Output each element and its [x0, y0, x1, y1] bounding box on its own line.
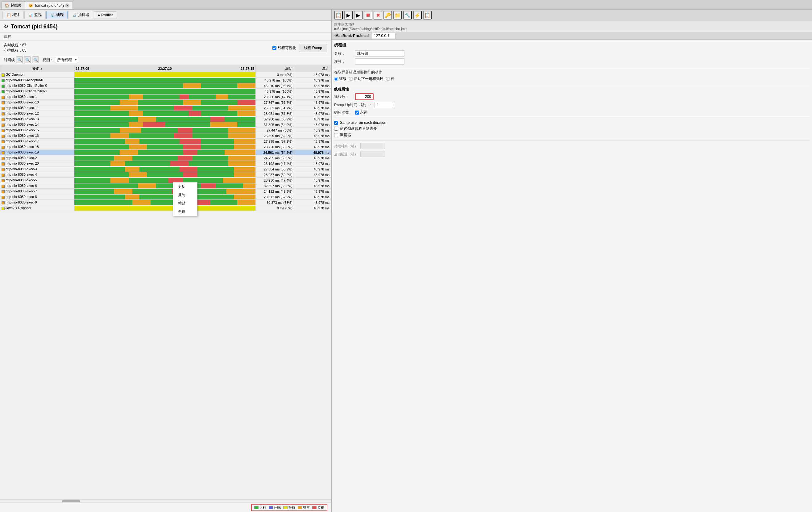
- timeline-bar-chart: [74, 161, 256, 166]
- table-row[interactable]: GC Daemon0 ms (0%)48,978 ms: [0, 72, 331, 78]
- bar-segment: [178, 128, 192, 133]
- lazy-create-checkbox[interactable]: [334, 127, 338, 131]
- thread-run-time: 0 ms (0%): [256, 72, 294, 78]
- table-row[interactable]: http-nio-8080-exec-1727,998 ms (57.2%)48…: [0, 139, 331, 144]
- thread-color-indicator: [2, 140, 5, 143]
- tab-overview[interactable]: 📋 概述: [2, 11, 24, 19]
- table-row[interactable]: http-nio-8080-ClientPoller-148,978 ms (1…: [0, 89, 331, 94]
- col-name[interactable]: 名称 ▲: [0, 65, 74, 72]
- bar-segment: [234, 167, 256, 172]
- bar-segment: [183, 144, 201, 150]
- bar-segment: [74, 144, 129, 150]
- thread-total-time: 48,978 ms: [294, 89, 331, 94]
- table-row[interactable]: http-nio-8080-exec-1431,805 ms (64.9%)48…: [0, 122, 331, 128]
- radio-stop-input[interactable]: [386, 77, 390, 81]
- table-row[interactable]: http-nio-8080-ClientPoller-045,910 ms (9…: [0, 83, 331, 89]
- toolbar-btn-play[interactable]: ▶: [354, 11, 362, 20]
- thread-run-time: 27,884 ms (56.9%): [256, 166, 294, 172]
- table-row[interactable]: http-nio-8080-exec-1926,561 ms (54.2%)48…: [0, 150, 331, 155]
- radio-continue[interactable]: 继续: [334, 76, 346, 82]
- toolbar-btn-2[interactable]: ▶: [344, 11, 353, 20]
- visualize-checkbox-area[interactable]: 线程可视化: [272, 45, 296, 51]
- table-row[interactable]: http-nio-8080-exec-828,012 ms (57.2%)48,…: [0, 194, 331, 200]
- toolbar-btn-8[interactable]: ⚡: [413, 11, 422, 20]
- toolbar-btn-stop[interactable]: ⏹: [364, 11, 372, 20]
- bar-segment: [210, 117, 225, 122]
- toolbar-btn-7[interactable]: 🔧: [403, 11, 412, 20]
- view-dropdown[interactable]: 所有线程: [55, 57, 78, 63]
- table-row[interactable]: http-nio-8080-exec-1332,260 ms (65.9%)48…: [0, 116, 331, 122]
- table-row[interactable]: http-nio-8080-exec-523,230 ms (47.4%)48,…: [0, 178, 331, 183]
- table-row[interactable]: http-nio-8080-exec-1125,302 ms (51.7%)48…: [0, 105, 331, 111]
- visualize-checkbox[interactable]: [272, 46, 277, 50]
- toolbar-btn-1[interactable]: 📋: [334, 11, 343, 20]
- context-cut[interactable]: 剪切: [173, 183, 197, 191]
- radio-next-input[interactable]: [349, 77, 353, 81]
- thread-table-container[interactable]: 名称 ▲ 23:27:05 23:27:10 23:27:15 运行 总计: [0, 65, 331, 503]
- legend-wait: 等待: [283, 505, 295, 510]
- forever-checkbox-area[interactable]: 永远: [355, 110, 368, 115]
- view-dropdown-wrapper[interactable]: 所有线程: [55, 57, 78, 63]
- table-row[interactable]: Java2D Disposer0 ms (0%)48,978 ms: [0, 205, 331, 211]
- tab-monitor[interactable]: 📊 监视: [24, 11, 46, 19]
- toolbar-btn-close[interactable]: ✖: [374, 11, 382, 20]
- scheduler-checkbox[interactable]: [334, 133, 338, 137]
- tab-threads-label: 线程: [56, 12, 63, 18]
- thread-total-time: 48,978 ms: [294, 172, 331, 178]
- tab-sampler[interactable]: 🔬 抽样器: [68, 11, 93, 19]
- comment-input[interactable]: [355, 58, 404, 64]
- toolbar-btn-5[interactable]: 🔑: [383, 11, 392, 20]
- table-row[interactable]: http-nio-8080-exec-930,873 ms (63%)48,97…: [0, 200, 331, 205]
- forever-checkbox[interactable]: [355, 111, 359, 114]
- monitor-icon: 📊: [28, 13, 33, 17]
- radio-continue-input[interactable]: [334, 77, 338, 81]
- loop-label: 循环次数: [334, 110, 353, 115]
- table-row[interactable]: http-nio-8080-exec-1625,899 ms (52.9%)48…: [0, 133, 331, 139]
- col-run[interactable]: 运行: [256, 65, 294, 72]
- radio-next[interactable]: 启动下一进程循环: [349, 76, 383, 82]
- zoom-reset-button[interactable]: 🔍: [24, 56, 31, 63]
- bar-segment: [74, 128, 120, 133]
- zoom-out-button[interactable]: 🔍: [16, 56, 23, 63]
- bar-segment: [178, 156, 192, 161]
- toolbar-btn-9[interactable]: 📋: [423, 11, 432, 20]
- context-paste[interactable]: 粘贴: [173, 199, 197, 208]
- table-row[interactable]: http-nio-8080-exec-327,884 ms (56.9%)48,…: [0, 166, 331, 172]
- thread-count-input[interactable]: [355, 93, 374, 100]
- tab-start[interactable]: 🏠 起始页: [1, 1, 25, 9]
- context-select-all[interactable]: 全选: [173, 208, 197, 216]
- table-row[interactable]: http-nio-8080-exec-2023,192 ms (47.4%)48…: [0, 161, 331, 166]
- table-row[interactable]: http-nio-8080-exec-1228,051 ms (57.3%)48…: [0, 111, 331, 116]
- ramp-input[interactable]: [375, 102, 393, 108]
- table-row[interactable]: http-nio-8080-exec-632,597 ms (66.6%)48,…: [0, 183, 331, 189]
- bar-segment: [223, 178, 256, 183]
- tab-profiler[interactable]: ● Profiler: [94, 11, 117, 19]
- bar-segment: [243, 183, 256, 188]
- toolbar-btn-6[interactable]: 📁: [393, 11, 402, 20]
- table-row[interactable]: http-nio-8080-Acceptor-048,978 ms (100%)…: [0, 78, 331, 83]
- table-row[interactable]: http-nio-8080-exec-1527,447 ms (56%)48,9…: [0, 128, 331, 133]
- thread-color-indicator: [2, 101, 5, 104]
- table-row[interactable]: http-nio-8080-exec-1027,767 ms (56.7%)48…: [0, 100, 331, 105]
- table-row[interactable]: http-nio-8080-exec-428,987 ms (59.2%)48,…: [0, 172, 331, 178]
- zoom-in-button[interactable]: 🔍: [32, 56, 39, 63]
- table-row[interactable]: http-nio-8080-exec-724,122 ms (49.3%)48,…: [0, 189, 331, 194]
- thread-name: http-nio-8080-exec-19: [5, 151, 39, 154]
- thread-run-time: 23,230 ms (47.4%): [256, 178, 294, 183]
- radio-stop[interactable]: 停: [386, 76, 395, 82]
- table-row[interactable]: http-nio-8080-exec-1828,720 ms (58.6%)48…: [0, 144, 331, 150]
- profiler-circle-icon: ●: [98, 13, 100, 17]
- tab-close-button[interactable]: ✕: [65, 3, 69, 8]
- col-total[interactable]: 总计: [294, 65, 331, 72]
- comment-label: 注释：: [334, 59, 353, 64]
- table-row[interactable]: http-nio-8080-exec-123,066 ms (47.1%)48,…: [0, 94, 331, 100]
- context-copy[interactable]: 复制: [173, 191, 197, 199]
- tab-threads[interactable]: 📡 线程: [46, 11, 67, 19]
- name-input[interactable]: [355, 50, 404, 56]
- tab-tomcat[interactable]: 🐱 Tomcat (pid 6454) ✕: [25, 1, 73, 9]
- table-row[interactable]: http-nio-8080-exec-224,755 ms (50.5%)48,…: [0, 155, 331, 161]
- bar-segment: [74, 122, 129, 127]
- same-user-checkbox[interactable]: [334, 121, 338, 125]
- thread-dump-button[interactable]: 线程 Dump: [299, 44, 327, 52]
- thread-name: http-nio-8080-exec-8: [5, 195, 37, 198]
